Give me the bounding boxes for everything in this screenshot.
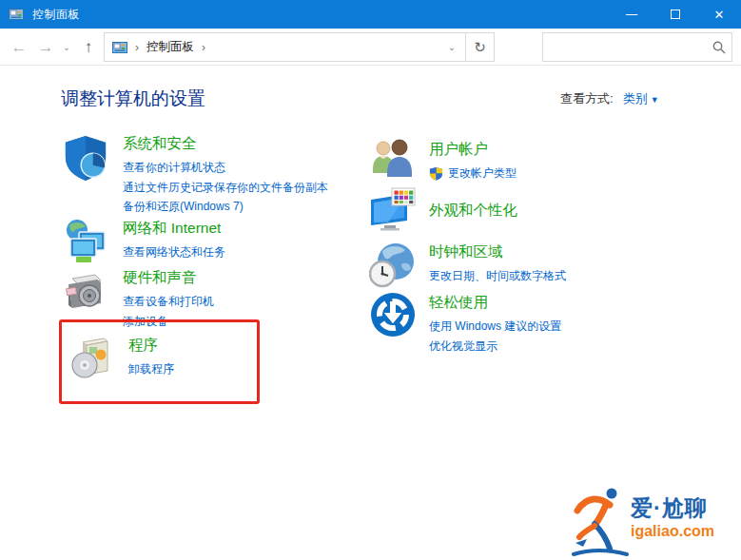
uac-shield-icon — [429, 166, 443, 181]
category-user-accounts: 用户帐户 更改帐户类型 — [369, 139, 517, 186]
minimize-button[interactable]: — — [610, 0, 653, 29]
ease-of-access-icon[interactable] — [369, 292, 417, 339]
clock-region-globe-icon[interactable] — [369, 241, 417, 289]
breadcrumb-separator-icon[interactable]: › — [135, 41, 139, 54]
page-title: 调整计算机的设置 — [61, 87, 205, 111]
breadcrumb-separator-icon[interactable]: › — [202, 41, 205, 54]
search-icon[interactable] — [707, 41, 731, 54]
category-title[interactable]: 系统和安全 — [123, 134, 328, 154]
category-title[interactable]: 用户帐户 — [429, 140, 517, 160]
address-history-dropdown-icon[interactable]: ⌄ — [439, 42, 465, 52]
category-title[interactable]: 轻松使用 — [429, 293, 561, 313]
view-by-label: 查看方式: — [560, 91, 614, 106]
title-bar: 控制面板 — ✕ — [0, 0, 741, 29]
running-person-icon — [572, 482, 631, 560]
category-link[interactable]: 添加设备 — [123, 312, 214, 332]
hardware-sound-printer-icon[interactable] — [63, 267, 110, 315]
category-link[interactable]: 使用 Windows 建议的设置 — [429, 317, 561, 337]
category-title[interactable]: 时钟和区域 — [429, 242, 566, 262]
watermark-name: 爱·尬聊 — [631, 493, 714, 523]
window-title: 控制面板 — [32, 7, 80, 23]
category-clock-region: 时钟和区域 更改日期、时间或数字格式 — [369, 241, 566, 289]
category-link[interactable]: 优化视觉显示 — [429, 337, 561, 357]
category-link-label: 更改帐户类型 — [448, 164, 517, 183]
category-link[interactable]: 卸载程序 — [128, 359, 174, 379]
category-title[interactable]: 硬件和声音 — [123, 268, 214, 288]
category-link[interactable]: 查看你的计算机状态 — [123, 158, 328, 178]
control-panel-icon — [112, 40, 127, 55]
system-security-shield-icon[interactable] — [63, 133, 110, 181]
category-title[interactable]: 程序 — [128, 336, 174, 356]
user-accounts-icon[interactable] — [369, 139, 417, 186]
category-link[interactable]: 查看网络状态和任务 — [123, 242, 225, 262]
category-link[interactable]: 备份和还原(Windows 7) — [123, 197, 328, 217]
search-box[interactable] — [542, 32, 732, 62]
category-title[interactable]: 网络和 Internet — [123, 219, 225, 239]
watermark-logo: 爱·尬聊 igaliao.com — [572, 480, 735, 556]
recent-pages-dropdown-icon[interactable]: ⌄ — [59, 29, 74, 66]
maximize-button[interactable] — [653, 0, 697, 29]
back-button[interactable]: ← — [6, 29, 32, 66]
view-by-control: 查看方式:类别▼ — [560, 90, 659, 107]
category-hardware-sound: 硬件和声音 查看设备和打印机 添加设备 — [63, 267, 214, 331]
category-ease-of-access: 轻松使用 使用 Windows 建议的设置 优化视觉显示 — [369, 292, 561, 356]
category-link[interactable]: 更改日期、时间或数字格式 — [429, 266, 566, 286]
category-network-internet: 网络和 Internet 查看网络状态和任务 — [63, 218, 225, 265]
category-programs: 程序 卸载程序 — [68, 335, 174, 382]
category-title[interactable]: 外观和个性化 — [429, 201, 517, 221]
network-internet-icon[interactable] — [63, 218, 110, 265]
up-button[interactable]: ↑ — [76, 29, 101, 66]
category-link[interactable]: 通过文件历史记录保存你的文件备份副本 — [123, 178, 328, 198]
category-personalization: 外观和个性化 — [369, 186, 517, 234]
address-bar[interactable]: › 控制面板 › ⌄ ↻ — [104, 32, 495, 62]
programs-software-box-icon[interactable] — [68, 335, 116, 382]
control-panel-icon — [9, 7, 24, 22]
category-system-security: 系统和安全 查看你的计算机状态 通过文件历史记录保存你的文件备份副本 备份和还原… — [63, 133, 328, 217]
category-link[interactable]: 查看设备和打印机 — [123, 292, 214, 312]
close-button[interactable]: ✕ — [697, 0, 741, 29]
watermark-site: igaliao.com — [631, 523, 714, 540]
search-input[interactable] — [543, 33, 707, 61]
category-link[interactable]: 更改帐户类型 — [429, 164, 517, 183]
view-by-dropdown-icon[interactable]: ▼ — [651, 95, 659, 105]
breadcrumb-location[interactable]: 控制面板 — [146, 39, 194, 55]
personalization-monitor-icon[interactable] — [369, 186, 417, 234]
navigation-bar: ← → ⌄ ↑ › 控制面板 › ⌄ ↻ — [0, 29, 741, 66]
forward-button[interactable]: → — [32, 29, 59, 66]
view-by-value[interactable]: 类别 — [623, 91, 648, 106]
refresh-button[interactable]: ↻ — [465, 33, 494, 61]
